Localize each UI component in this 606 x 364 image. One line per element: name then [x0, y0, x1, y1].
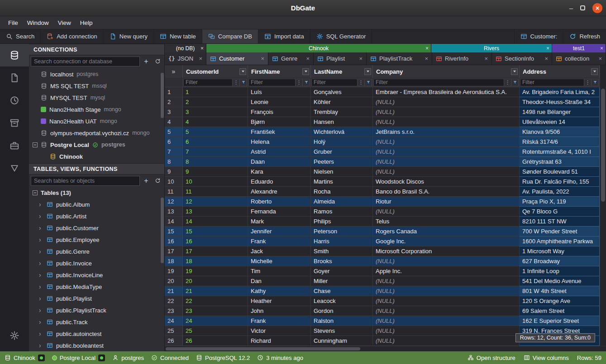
tab-customer[interactable]: Customer×	[206, 52, 268, 65]
collapse-icon[interactable]	[33, 190, 38, 195]
table-item-public-customer[interactable]: ›public.Customer	[29, 222, 164, 234]
cell-customerid[interactable]: 17	[183, 246, 248, 256]
filter-input-company[interactable]	[373, 79, 504, 86]
connection-item-postgre-local[interactable]: Postgre Localpostgres	[29, 139, 164, 151]
cell-firstname[interactable]: Leonie	[248, 97, 311, 107]
row-number[interactable]: 26	[165, 336, 183, 346]
close-button[interactable]: ×	[592, 3, 602, 13]
chevron-right-icon[interactable]: ›	[39, 260, 43, 267]
row-number[interactable]: 11	[165, 187, 183, 197]
cell-address[interactable]: Rilská 3174/6	[520, 137, 600, 147]
status-rows-59[interactable]: Rows: 59	[577, 355, 601, 361]
tables-scrollbar[interactable]	[161, 198, 164, 263]
cell-lastname[interactable]: Miller	[311, 276, 373, 286]
filter-menu-icon[interactable]: ⋮	[358, 79, 365, 86]
close-icon[interactable]: ×	[304, 55, 310, 62]
cell-firstname[interactable]: Heather	[248, 296, 311, 306]
cell-firstname[interactable]: Mark	[248, 217, 311, 227]
chevron-right-icon[interactable]: ›	[39, 236, 43, 243]
table-row[interactable]: 1111AlexandreRochaBanco do Brasil S.A.Av…	[165, 187, 600, 197]
cell-firstname[interactable]: Luís	[248, 87, 311, 97]
cell-address[interactable]: 1 Microsoft Way	[520, 246, 600, 256]
filter-input-address[interactable]	[520, 79, 584, 86]
vertical-scrollbar-handle[interactable]	[601, 89, 605, 202]
chevron-right-icon[interactable]: ›	[39, 283, 43, 290]
cell-company[interactable]: (NULL)	[373, 306, 520, 316]
cell-customerid[interactable]: 2	[183, 97, 248, 107]
cell-address[interactable]: 162 E Superior Street	[520, 316, 600, 326]
cell-firstname[interactable]: Dan	[248, 276, 311, 286]
close-icon[interactable]: ×	[596, 55, 602, 62]
close-icon[interactable]: ×	[546, 45, 549, 52]
cell-firstname[interactable]: František	[248, 127, 311, 137]
cell-firstname[interactable]: Kathy	[248, 286, 311, 296]
menu-view[interactable]: View	[53, 18, 76, 28]
cell-customerid[interactable]: 1	[183, 87, 248, 97]
cell-customerid[interactable]: 18	[183, 256, 248, 266]
column-header-firstname[interactable]: FirstName	[248, 65, 311, 78]
cell-company[interactable]: JetBrains s.r.o.	[373, 127, 520, 137]
cell-address[interactable]: 8210 111 ST NW	[520, 217, 600, 227]
chevron-right-icon[interactable]: ›	[39, 318, 43, 326]
chevron-right-icon[interactable]: ›	[39, 271, 43, 279]
cell-company[interactable]: Microsoft Corporation	[373, 246, 520, 256]
expand-columns-button[interactable]: »	[165, 65, 183, 78]
column-header-address[interactable]: Address	[520, 65, 600, 78]
cell-company[interactable]: Apple Inc.	[373, 266, 520, 276]
toolbar-add-connection-button[interactable]: Add connection	[41, 29, 104, 43]
table-row[interactable]: 1919TimGoyerApple Inc.1 Infinite Loop	[165, 266, 600, 276]
cell-address[interactable]: Av. Paulista, 2022	[520, 187, 600, 197]
table-row[interactable]: 1010EduardoMartinsWoodstock DiscosRua Dr…	[165, 177, 600, 187]
connections-section-header[interactable]: CONNECTIONS	[29, 44, 164, 55]
cell-firstname[interactable]: Daan	[248, 157, 311, 167]
table-item-public-invoiceline[interactable]: ›public.InvoiceLine	[29, 269, 164, 281]
cell-customerid[interactable]: 16	[183, 236, 248, 246]
table-item-public-employee[interactable]: ›public.Employee	[29, 234, 164, 246]
table-row[interactable]: 1212RobertoAlmeidaRioturPraça Pio X, 119	[165, 197, 600, 207]
cell-customerid[interactable]: 14	[183, 217, 248, 227]
tables-refresh-button[interactable]	[153, 176, 162, 186]
cell-customerid[interactable]: 13	[183, 207, 248, 217]
row-number[interactable]: 2	[165, 97, 183, 107]
table-row[interactable]: 11LuísGonçalvesEmbraer - Empresa Brasile…	[165, 87, 600, 97]
close-icon[interactable]: ×	[600, 45, 603, 52]
status-postgre-local[interactable]: Postgre Local	[52, 355, 105, 361]
connection-item-nano2health-stage[interactable]: Nano2Health Stagemongo	[29, 104, 164, 115]
cell-customerid[interactable]: 23	[183, 306, 248, 316]
activity-file-icon[interactable]	[0, 66, 29, 89]
status-open-structure[interactable]: Open structure	[468, 355, 515, 361]
cell-customerid[interactable]: 12	[183, 197, 248, 207]
close-icon[interactable]: ×	[423, 55, 428, 62]
tables-group-row[interactable]: Tables (13)	[29, 187, 164, 199]
cell-company[interactable]: Google Inc.	[373, 236, 520, 246]
cell-company[interactable]: (NULL)	[373, 137, 520, 147]
cell-customerid[interactable]: 7	[183, 147, 248, 157]
cell-customerid[interactable]: 21	[183, 286, 248, 296]
table-row[interactable]: 55FrantišekWichterlováJetBrains s.r.o.Kl…	[165, 127, 600, 137]
close-icon[interactable]: ×	[259, 55, 264, 62]
cell-company[interactable]: Banco do Brasil S.A.	[373, 187, 520, 197]
cell-lastname[interactable]: Harris	[311, 236, 373, 246]
cell-company[interactable]: (NULL)	[373, 147, 520, 157]
cell-lastname[interactable]: Goyer	[311, 266, 373, 276]
filter-funnel-icon[interactable]	[365, 79, 372, 86]
cell-customerid[interactable]: 25	[183, 326, 248, 336]
column-dropdown-icon[interactable]	[511, 68, 518, 75]
connections-search-input[interactable]	[31, 57, 140, 66]
cell-firstname[interactable]: Michelle	[248, 256, 311, 266]
table-item-public-album[interactable]: ›public.Album	[29, 199, 164, 210]
cell-address[interactable]: 627 Broadway	[520, 256, 600, 266]
row-number[interactable]: 25	[165, 326, 183, 336]
filter-funnel-icon[interactable]	[303, 79, 310, 86]
table-row[interactable]: 88DaanPeeters(NULL)Grétrystraat 63	[165, 157, 600, 167]
table-row[interactable]: 2121KathyChase(NULL)801 W 4th Street	[165, 286, 600, 296]
activity-history-icon[interactable]	[0, 89, 29, 112]
cell-address[interactable]: Rotenturmstraße 4, 1010 I	[520, 147, 600, 157]
row-number[interactable]: 13	[165, 207, 183, 217]
table-row[interactable]: 1414MarkPhilipsTelus8210 111 ST NW	[165, 217, 600, 227]
table-row[interactable]: 33FrançoisTremblay(NULL)1498 rue Bélange…	[165, 107, 600, 117]
chevron-right-icon[interactable]: ›	[39, 307, 43, 314]
cell-lastname[interactable]: Chase	[311, 286, 373, 296]
table-item-public-artist[interactable]: ›public.Artist	[29, 210, 164, 222]
table-row[interactable]: 66HelenaHolý(NULL)Rilská 3174/6	[165, 137, 600, 147]
